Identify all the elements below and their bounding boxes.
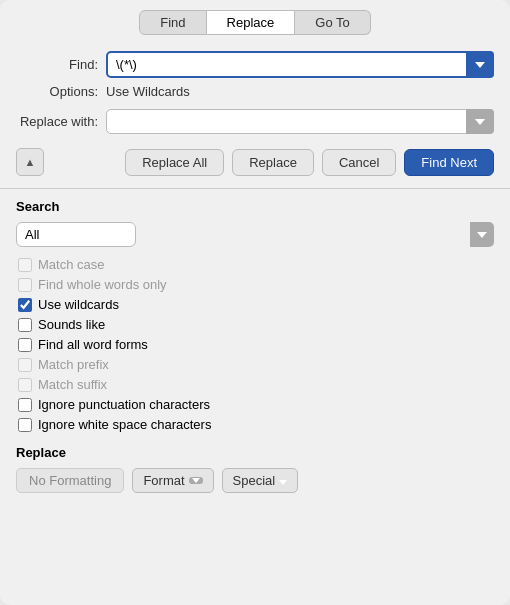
- special-button[interactable]: Special: [222, 468, 299, 493]
- checkbox-find-whole-words: Find whole words only: [16, 277, 494, 292]
- match-suffix-label: Match suffix: [38, 377, 107, 392]
- tab-goto[interactable]: Go To: [295, 10, 370, 35]
- sounds-like-label: Sounds like: [38, 317, 105, 332]
- tab-bar: Find Replace Go To: [0, 0, 510, 43]
- find-whole-words-label: Find whole words only: [38, 277, 167, 292]
- format-button-label: Format: [143, 473, 184, 488]
- find-label: Find:: [16, 57, 106, 72]
- match-prefix-checkbox[interactable]: [18, 358, 32, 372]
- find-whole-words-checkbox[interactable]: [18, 278, 32, 292]
- replace-button[interactable]: Replace: [232, 149, 314, 176]
- find-next-button[interactable]: Find Next: [404, 149, 494, 176]
- checkbox-use-wildcards: Use wildcards: [16, 297, 494, 312]
- match-prefix-label: Match prefix: [38, 357, 109, 372]
- tab-replace[interactable]: Replace: [207, 10, 296, 35]
- special-button-label: Special: [233, 473, 276, 488]
- use-wildcards-label: Use wildcards: [38, 297, 119, 312]
- find-input-wrapper: [106, 51, 494, 78]
- collapse-button[interactable]: ▲: [16, 148, 44, 176]
- search-dropdown[interactable]: All Up Down: [16, 222, 136, 247]
- replace-section-title: Replace: [16, 445, 494, 460]
- use-wildcards-checkbox[interactable]: [18, 298, 32, 312]
- ignore-whitespace-checkbox[interactable]: [18, 418, 32, 432]
- checkbox-match-suffix: Match suffix: [16, 377, 494, 392]
- checkbox-match-prefix: Match prefix: [16, 357, 494, 372]
- checkbox-sounds-like: Sounds like: [16, 317, 494, 332]
- replace-with-row: Replace with:: [16, 109, 494, 134]
- find-replace-dialog: Find Replace Go To Find: Options: Use Wi…: [0, 0, 510, 605]
- replace-all-button[interactable]: Replace All: [125, 149, 224, 176]
- replace-input-wrapper: [106, 109, 494, 134]
- find-dropdown-arrow[interactable]: [466, 51, 494, 78]
- options-value: Use Wildcards: [106, 84, 190, 99]
- find-row: Find:: [16, 51, 494, 78]
- find-input[interactable]: [106, 51, 494, 78]
- replace-dropdown-arrow[interactable]: [466, 109, 494, 134]
- match-case-checkbox[interactable]: [18, 258, 32, 272]
- ignore-punctuation-label: Ignore punctuation characters: [38, 397, 210, 412]
- match-case-label: Match case: [38, 257, 104, 272]
- replace-section: Replace No Formatting Format Special: [16, 445, 494, 493]
- action-button-row: ▲ Replace All Replace Cancel Find Next: [16, 148, 494, 176]
- checkbox-ignore-punctuation: Ignore punctuation characters: [16, 397, 494, 412]
- ignore-punctuation-checkbox[interactable]: [18, 398, 32, 412]
- search-dropdown-arrow: [470, 222, 494, 247]
- tab-find[interactable]: Find: [139, 10, 206, 35]
- options-label: Options:: [16, 84, 106, 99]
- cancel-button[interactable]: Cancel: [322, 149, 396, 176]
- match-suffix-checkbox[interactable]: [18, 378, 32, 392]
- replace-with-label: Replace with:: [16, 114, 106, 129]
- checkbox-find-all-word-forms: Find all word forms: [16, 337, 494, 352]
- checkbox-ignore-whitespace: Ignore white space characters: [16, 417, 494, 432]
- replace-input[interactable]: [106, 109, 494, 134]
- find-all-word-forms-checkbox[interactable]: [18, 338, 32, 352]
- search-section-title: Search: [16, 199, 494, 214]
- no-formatting-button: No Formatting: [16, 468, 124, 493]
- dialog-content: Find: Options: Use Wildcards Replace wit…: [0, 43, 510, 605]
- search-dropdown-wrapper: All Up Down: [16, 222, 494, 247]
- sounds-like-checkbox[interactable]: [18, 318, 32, 332]
- ignore-whitespace-label: Ignore white space characters: [38, 417, 211, 432]
- checkbox-match-case: Match case: [16, 257, 494, 272]
- format-dropdown-arrow: [189, 477, 203, 484]
- find-all-word-forms-label: Find all word forms: [38, 337, 148, 352]
- options-row: Options: Use Wildcards: [16, 84, 494, 99]
- divider: [0, 188, 510, 189]
- format-button[interactable]: Format: [132, 468, 213, 493]
- replace-format-buttons: No Formatting Format Special: [16, 468, 494, 493]
- special-dropdown-arrow: [279, 473, 287, 488]
